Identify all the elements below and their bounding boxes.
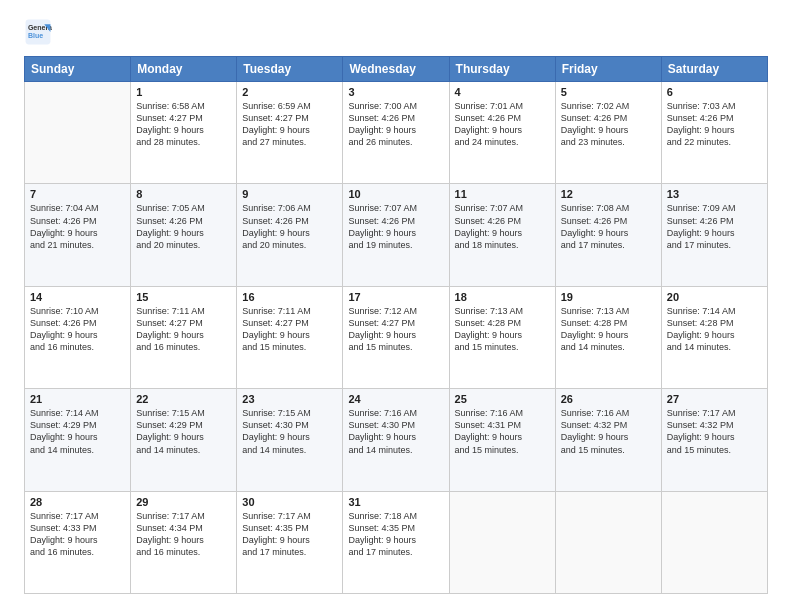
calendar-cell: 7Sunrise: 7:04 AM Sunset: 4:26 PM Daylig… [25,184,131,286]
day-number: 8 [136,188,231,200]
weekday-header-friday: Friday [555,57,661,82]
weekday-header-wednesday: Wednesday [343,57,449,82]
day-number: 12 [561,188,656,200]
header: General Blue [24,18,768,46]
weekday-header-saturday: Saturday [661,57,767,82]
day-number: 15 [136,291,231,303]
calendar-cell: 3Sunrise: 7:00 AM Sunset: 4:26 PM Daylig… [343,82,449,184]
day-number: 10 [348,188,443,200]
day-info: Sunrise: 7:17 AM Sunset: 4:33 PM Dayligh… [30,510,125,559]
day-info: Sunrise: 7:17 AM Sunset: 4:35 PM Dayligh… [242,510,337,559]
calendar-cell: 9Sunrise: 7:06 AM Sunset: 4:26 PM Daylig… [237,184,343,286]
page: General Blue SundayMondayTuesdayWednesda… [0,0,792,612]
day-number: 24 [348,393,443,405]
calendar-cell: 28Sunrise: 7:17 AM Sunset: 4:33 PM Dayli… [25,491,131,593]
calendar-cell [449,491,555,593]
calendar-table: SundayMondayTuesdayWednesdayThursdayFrid… [24,56,768,594]
weekday-header-thursday: Thursday [449,57,555,82]
day-number: 20 [667,291,762,303]
day-number: 13 [667,188,762,200]
day-info: Sunrise: 7:11 AM Sunset: 4:27 PM Dayligh… [242,305,337,354]
day-number: 23 [242,393,337,405]
day-number: 4 [455,86,550,98]
calendar-cell: 18Sunrise: 7:13 AM Sunset: 4:28 PM Dayli… [449,286,555,388]
day-info: Sunrise: 7:10 AM Sunset: 4:26 PM Dayligh… [30,305,125,354]
day-number: 29 [136,496,231,508]
day-info: Sunrise: 7:16 AM Sunset: 4:32 PM Dayligh… [561,407,656,456]
calendar-cell: 11Sunrise: 7:07 AM Sunset: 4:26 PM Dayli… [449,184,555,286]
calendar-cell: 14Sunrise: 7:10 AM Sunset: 4:26 PM Dayli… [25,286,131,388]
day-info: Sunrise: 7:11 AM Sunset: 4:27 PM Dayligh… [136,305,231,354]
calendar-week-row: 7Sunrise: 7:04 AM Sunset: 4:26 PM Daylig… [25,184,768,286]
logo-icon: General Blue [24,18,52,46]
calendar-cell: 8Sunrise: 7:05 AM Sunset: 4:26 PM Daylig… [131,184,237,286]
calendar-cell: 15Sunrise: 7:11 AM Sunset: 4:27 PM Dayli… [131,286,237,388]
day-number: 28 [30,496,125,508]
calendar-cell: 6Sunrise: 7:03 AM Sunset: 4:26 PM Daylig… [661,82,767,184]
day-number: 14 [30,291,125,303]
day-number: 1 [136,86,231,98]
day-info: Sunrise: 7:08 AM Sunset: 4:26 PM Dayligh… [561,202,656,251]
logo: General Blue [24,18,56,46]
weekday-header-tuesday: Tuesday [237,57,343,82]
day-info: Sunrise: 7:06 AM Sunset: 4:26 PM Dayligh… [242,202,337,251]
day-number: 5 [561,86,656,98]
day-info: Sunrise: 7:07 AM Sunset: 4:26 PM Dayligh… [348,202,443,251]
day-info: Sunrise: 7:09 AM Sunset: 4:26 PM Dayligh… [667,202,762,251]
day-number: 7 [30,188,125,200]
day-number: 21 [30,393,125,405]
calendar-week-row: 1Sunrise: 6:58 AM Sunset: 4:27 PM Daylig… [25,82,768,184]
calendar-cell: 26Sunrise: 7:16 AM Sunset: 4:32 PM Dayli… [555,389,661,491]
day-info: Sunrise: 7:13 AM Sunset: 4:28 PM Dayligh… [455,305,550,354]
day-number: 25 [455,393,550,405]
day-number: 6 [667,86,762,98]
calendar-cell: 22Sunrise: 7:15 AM Sunset: 4:29 PM Dayli… [131,389,237,491]
day-info: Sunrise: 7:03 AM Sunset: 4:26 PM Dayligh… [667,100,762,149]
weekday-header-monday: Monday [131,57,237,82]
calendar-cell [555,491,661,593]
day-number: 16 [242,291,337,303]
day-info: Sunrise: 7:16 AM Sunset: 4:31 PM Dayligh… [455,407,550,456]
calendar-cell: 12Sunrise: 7:08 AM Sunset: 4:26 PM Dayli… [555,184,661,286]
day-number: 2 [242,86,337,98]
day-number: 3 [348,86,443,98]
day-info: Sunrise: 7:16 AM Sunset: 4:30 PM Dayligh… [348,407,443,456]
day-info: Sunrise: 7:13 AM Sunset: 4:28 PM Dayligh… [561,305,656,354]
day-number: 9 [242,188,337,200]
day-info: Sunrise: 7:12 AM Sunset: 4:27 PM Dayligh… [348,305,443,354]
calendar-cell: 16Sunrise: 7:11 AM Sunset: 4:27 PM Dayli… [237,286,343,388]
calendar-cell: 27Sunrise: 7:17 AM Sunset: 4:32 PM Dayli… [661,389,767,491]
day-info: Sunrise: 7:14 AM Sunset: 4:28 PM Dayligh… [667,305,762,354]
calendar-cell: 31Sunrise: 7:18 AM Sunset: 4:35 PM Dayli… [343,491,449,593]
day-info: Sunrise: 7:04 AM Sunset: 4:26 PM Dayligh… [30,202,125,251]
day-info: Sunrise: 7:02 AM Sunset: 4:26 PM Dayligh… [561,100,656,149]
day-info: Sunrise: 7:17 AM Sunset: 4:32 PM Dayligh… [667,407,762,456]
calendar-cell: 21Sunrise: 7:14 AM Sunset: 4:29 PM Dayli… [25,389,131,491]
calendar-cell: 4Sunrise: 7:01 AM Sunset: 4:26 PM Daylig… [449,82,555,184]
svg-text:Blue: Blue [28,32,43,39]
day-info: Sunrise: 7:07 AM Sunset: 4:26 PM Dayligh… [455,202,550,251]
day-number: 27 [667,393,762,405]
day-info: Sunrise: 6:58 AM Sunset: 4:27 PM Dayligh… [136,100,231,149]
calendar-cell: 13Sunrise: 7:09 AM Sunset: 4:26 PM Dayli… [661,184,767,286]
day-info: Sunrise: 7:05 AM Sunset: 4:26 PM Dayligh… [136,202,231,251]
day-number: 30 [242,496,337,508]
calendar-cell: 20Sunrise: 7:14 AM Sunset: 4:28 PM Dayli… [661,286,767,388]
calendar-cell: 30Sunrise: 7:17 AM Sunset: 4:35 PM Dayli… [237,491,343,593]
calendar-cell [661,491,767,593]
calendar-cell: 29Sunrise: 7:17 AM Sunset: 4:34 PM Dayli… [131,491,237,593]
day-info: Sunrise: 7:15 AM Sunset: 4:30 PM Dayligh… [242,407,337,456]
day-number: 17 [348,291,443,303]
day-info: Sunrise: 7:17 AM Sunset: 4:34 PM Dayligh… [136,510,231,559]
calendar-week-row: 21Sunrise: 7:14 AM Sunset: 4:29 PM Dayli… [25,389,768,491]
day-info: Sunrise: 7:18 AM Sunset: 4:35 PM Dayligh… [348,510,443,559]
day-info: Sunrise: 7:15 AM Sunset: 4:29 PM Dayligh… [136,407,231,456]
day-info: Sunrise: 7:14 AM Sunset: 4:29 PM Dayligh… [30,407,125,456]
calendar-cell: 2Sunrise: 6:59 AM Sunset: 4:27 PM Daylig… [237,82,343,184]
calendar-cell: 10Sunrise: 7:07 AM Sunset: 4:26 PM Dayli… [343,184,449,286]
day-number: 22 [136,393,231,405]
calendar-cell: 17Sunrise: 7:12 AM Sunset: 4:27 PM Dayli… [343,286,449,388]
calendar-cell: 25Sunrise: 7:16 AM Sunset: 4:31 PM Dayli… [449,389,555,491]
day-number: 19 [561,291,656,303]
calendar-cell: 19Sunrise: 7:13 AM Sunset: 4:28 PM Dayli… [555,286,661,388]
